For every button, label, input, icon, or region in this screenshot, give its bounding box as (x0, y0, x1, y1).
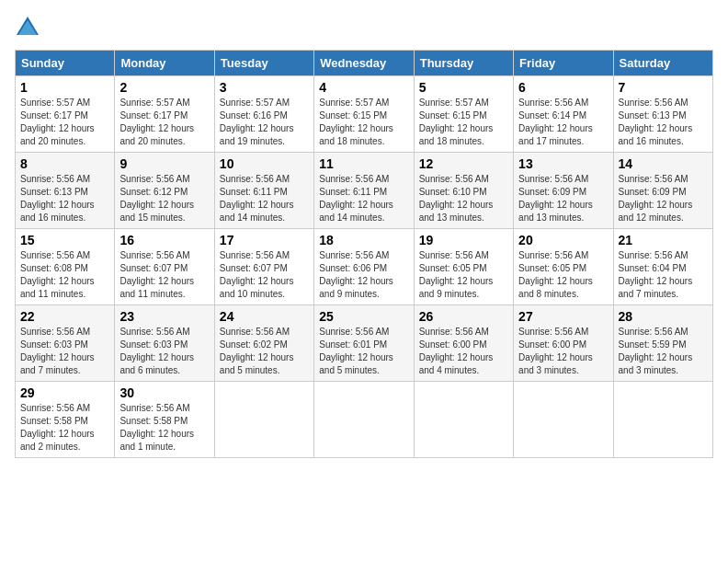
day-info: Sunrise: 5:57 AM Sunset: 6:15 PM Dayligh… (319, 97, 408, 148)
week-row-2: 8 Sunrise: 5:56 AM Sunset: 6:13 PM Dayli… (16, 153, 713, 229)
day-number: 4 (319, 80, 408, 95)
day-info: Sunrise: 5:56 AM Sunset: 6:09 PM Dayligh… (619, 173, 708, 224)
day-number: 26 (419, 309, 508, 324)
day-cell: 21 Sunrise: 5:56 AM Sunset: 6:04 PM Dayl… (613, 229, 712, 305)
day-cell: 25 Sunrise: 5:56 AM Sunset: 6:01 PM Dayl… (314, 305, 414, 382)
day-info: Sunrise: 5:56 AM Sunset: 6:00 PM Dayligh… (518, 326, 608, 377)
day-cell: 22 Sunrise: 5:56 AM Sunset: 6:03 PM Dayl… (16, 305, 115, 382)
day-info: Sunrise: 5:56 AM Sunset: 6:11 PM Dayligh… (319, 173, 408, 224)
day-info: Sunrise: 5:56 AM Sunset: 5:58 PM Dayligh… (20, 402, 109, 454)
col-header-monday: Monday (115, 51, 214, 76)
day-number: 24 (220, 309, 309, 324)
col-header-tuesday: Tuesday (214, 51, 313, 76)
day-info: Sunrise: 5:56 AM Sunset: 6:09 PM Dayligh… (518, 173, 608, 224)
day-number: 17 (220, 233, 309, 247)
day-cell: 16 Sunrise: 5:56 AM Sunset: 6:07 PM Dayl… (115, 229, 214, 305)
day-info: Sunrise: 5:57 AM Sunset: 6:15 PM Dayligh… (419, 97, 508, 148)
day-info: Sunrise: 5:56 AM Sunset: 6:03 PM Dayligh… (119, 326, 209, 377)
day-info: Sunrise: 5:56 AM Sunset: 6:14 PM Dayligh… (518, 97, 608, 148)
day-info: Sunrise: 5:56 AM Sunset: 6:05 PM Dayligh… (419, 249, 508, 301)
day-number: 11 (319, 156, 408, 171)
day-cell: 17 Sunrise: 5:56 AM Sunset: 6:07 PM Dayl… (214, 229, 313, 305)
day-cell: 12 Sunrise: 5:56 AM Sunset: 6:10 PM Dayl… (414, 153, 513, 229)
day-cell: 20 Sunrise: 5:56 AM Sunset: 6:05 PM Dayl… (514, 229, 613, 305)
day-number: 19 (419, 233, 508, 247)
day-number: 20 (518, 233, 608, 247)
day-number: 10 (220, 156, 309, 171)
day-number: 8 (20, 156, 109, 171)
day-cell: 23 Sunrise: 5:56 AM Sunset: 6:03 PM Dayl… (115, 305, 214, 382)
day-info: Sunrise: 5:56 AM Sunset: 6:10 PM Dayligh… (419, 173, 508, 224)
day-number: 15 (20, 233, 109, 247)
day-cell: 4 Sunrise: 5:57 AM Sunset: 6:15 PM Dayli… (314, 76, 414, 153)
day-number: 13 (518, 156, 608, 171)
col-header-thursday: Thursday (414, 51, 513, 76)
day-cell: 15 Sunrise: 5:56 AM Sunset: 6:08 PM Dayl… (16, 229, 115, 305)
day-info: Sunrise: 5:56 AM Sunset: 6:07 PM Dayligh… (119, 249, 209, 301)
day-cell: 10 Sunrise: 5:56 AM Sunset: 6:11 PM Dayl… (214, 153, 313, 229)
day-cell: 2 Sunrise: 5:57 AM Sunset: 6:17 PM Dayli… (115, 76, 214, 153)
day-info: Sunrise: 5:56 AM Sunset: 6:11 PM Dayligh… (220, 173, 309, 224)
day-number: 1 (20, 80, 109, 95)
day-number: 22 (20, 309, 109, 324)
day-number: 21 (619, 233, 708, 247)
day-cell: 1 Sunrise: 5:57 AM Sunset: 6:17 PM Dayli… (16, 76, 115, 153)
week-row-5: 29 Sunrise: 5:56 AM Sunset: 5:58 PM Dayl… (16, 382, 713, 458)
day-cell: 30 Sunrise: 5:56 AM Sunset: 5:58 PM Dayl… (115, 382, 214, 458)
day-cell: 28 Sunrise: 5:56 AM Sunset: 5:59 PM Dayl… (613, 305, 712, 382)
day-number: 16 (119, 233, 209, 247)
day-cell (314, 382, 414, 458)
header-row: SundayMondayTuesdayWednesdayThursdayFrid… (16, 51, 713, 76)
day-number: 27 (518, 309, 608, 324)
week-row-3: 15 Sunrise: 5:56 AM Sunset: 6:08 PM Dayl… (16, 229, 713, 305)
day-info: Sunrise: 5:56 AM Sunset: 6:04 PM Dayligh… (619, 249, 708, 301)
day-cell: 27 Sunrise: 5:56 AM Sunset: 6:00 PM Dayl… (514, 305, 613, 382)
col-header-sunday: Sunday (16, 51, 115, 76)
day-info: Sunrise: 5:56 AM Sunset: 6:12 PM Dayligh… (119, 173, 209, 224)
day-number: 18 (319, 233, 408, 247)
col-header-saturday: Saturday (613, 51, 712, 76)
day-number: 14 (619, 156, 708, 171)
day-number: 25 (319, 309, 408, 324)
day-info: Sunrise: 5:56 AM Sunset: 6:07 PM Dayligh… (220, 249, 309, 301)
week-row-1: 1 Sunrise: 5:57 AM Sunset: 6:17 PM Dayli… (16, 76, 713, 153)
day-info: Sunrise: 5:56 AM Sunset: 6:13 PM Dayligh… (20, 173, 109, 224)
day-info: Sunrise: 5:56 AM Sunset: 6:01 PM Dayligh… (319, 326, 408, 377)
day-cell: 9 Sunrise: 5:56 AM Sunset: 6:12 PM Dayli… (115, 153, 214, 229)
calendar-table: SundayMondayTuesdayWednesdayThursdayFrid… (15, 50, 713, 458)
day-cell (514, 382, 613, 458)
day-number: 5 (419, 80, 508, 95)
day-info: Sunrise: 5:57 AM Sunset: 6:16 PM Dayligh… (220, 97, 309, 148)
day-cell: 19 Sunrise: 5:56 AM Sunset: 6:05 PM Dayl… (414, 229, 513, 305)
day-number: 29 (20, 385, 109, 400)
day-cell: 11 Sunrise: 5:56 AM Sunset: 6:11 PM Dayl… (314, 153, 414, 229)
day-cell: 26 Sunrise: 5:56 AM Sunset: 6:00 PM Dayl… (414, 305, 513, 382)
day-cell: 13 Sunrise: 5:56 AM Sunset: 6:09 PM Dayl… (514, 153, 613, 229)
day-info: Sunrise: 5:56 AM Sunset: 6:13 PM Dayligh… (619, 97, 708, 148)
day-number: 23 (119, 309, 209, 324)
day-cell: 29 Sunrise: 5:56 AM Sunset: 5:58 PM Dayl… (16, 382, 115, 458)
day-number: 12 (419, 156, 508, 171)
day-info: Sunrise: 5:56 AM Sunset: 6:05 PM Dayligh… (518, 249, 608, 301)
day-info: Sunrise: 5:57 AM Sunset: 6:17 PM Dayligh… (119, 97, 209, 148)
day-info: Sunrise: 5:56 AM Sunset: 6:00 PM Dayligh… (419, 326, 508, 377)
col-header-friday: Friday (514, 51, 613, 76)
day-info: Sunrise: 5:56 AM Sunset: 5:59 PM Dayligh… (619, 326, 708, 377)
day-info: Sunrise: 5:56 AM Sunset: 6:06 PM Dayligh… (319, 249, 408, 301)
day-number: 28 (619, 309, 708, 324)
day-number: 6 (518, 80, 608, 95)
col-header-wednesday: Wednesday (314, 51, 414, 76)
day-cell (414, 382, 513, 458)
day-cell: 8 Sunrise: 5:56 AM Sunset: 6:13 PM Dayli… (16, 153, 115, 229)
day-number: 3 (220, 80, 309, 95)
logo (15, 15, 44, 40)
day-cell: 5 Sunrise: 5:57 AM Sunset: 6:15 PM Dayli… (414, 76, 513, 153)
day-cell (214, 382, 313, 458)
day-number: 9 (119, 156, 209, 171)
day-info: Sunrise: 5:57 AM Sunset: 6:17 PM Dayligh… (20, 97, 109, 148)
day-info: Sunrise: 5:56 AM Sunset: 6:08 PM Dayligh… (20, 249, 109, 301)
day-cell: 24 Sunrise: 5:56 AM Sunset: 6:02 PM Dayl… (214, 305, 313, 382)
day-info: Sunrise: 5:56 AM Sunset: 6:02 PM Dayligh… (220, 326, 309, 377)
day-number: 30 (119, 385, 209, 400)
day-cell: 7 Sunrise: 5:56 AM Sunset: 6:13 PM Dayli… (613, 76, 712, 153)
